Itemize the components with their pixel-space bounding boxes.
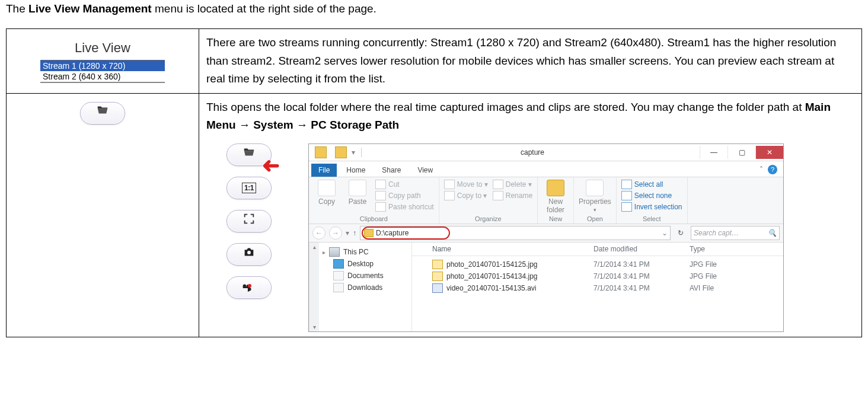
properties-button[interactable]: Properties▾	[579, 180, 611, 213]
file-row[interactable]: photo_20140701-154125.jpg 7/1/2014 3:41 …	[412, 259, 783, 270]
group-label: New	[549, 215, 562, 222]
tab-view[interactable]: View	[410, 164, 440, 177]
paste-button[interactable]: Paste	[344, 180, 371, 206]
fullscreen-icon	[242, 212, 256, 231]
live-view-option-stream1[interactable]: Stream 1 (1280 x 720)	[40, 60, 165, 71]
live-view-title: Live View	[14, 37, 192, 58]
ribbon-collapse-icon[interactable]: ˄	[760, 165, 763, 174]
help-icon[interactable]: ?	[768, 165, 777, 174]
explorer-title: capture	[365, 148, 700, 157]
fullscreen-button[interactable]	[226, 210, 272, 232]
live-view-widget: Live View Stream 1 (1280 x 720) Stream 2…	[14, 37, 192, 82]
ribbon-tabs: File Home Share View ˄ ?	[309, 161, 783, 177]
ribbon: Copy Paste Cut Copy path Paste shortcut …	[309, 177, 783, 224]
nav-documents[interactable]: Documents	[323, 270, 411, 282]
svg-point-1	[243, 285, 247, 288]
folder-open-icon	[242, 146, 256, 164]
folder-open-icon	[96, 104, 109, 122]
address-dropdown-icon[interactable]: ⌄	[662, 229, 668, 237]
folder-icon	[364, 229, 374, 237]
nav-scrollbar[interactable]: ▴▾	[309, 242, 319, 331]
file-list-pane: Name Date modified Type photo_20140701-1…	[412, 242, 783, 331]
paste-shortcut-button[interactable]: Paste shortcut	[375, 202, 434, 212]
address-bar-row: ← → ▾ ↑ D:\capture ⌄	[309, 224, 783, 242]
path-highlight-annotation: D:\capture	[362, 226, 450, 240]
nav-back-button[interactable]: ←	[312, 226, 326, 240]
address-path: D:\capture	[376, 229, 409, 237]
select-none-button[interactable]: Select none	[621, 191, 682, 200]
live-view-option-stream2[interactable]: Stream 2 (640 x 360)	[40, 71, 165, 82]
jpg-file-icon	[432, 272, 443, 281]
new-folder-button[interactable]: New folder	[542, 180, 569, 214]
navigation-pane: ▸This PC Desktop Documents Downloads	[319, 242, 412, 331]
nav-desktop[interactable]: Desktop	[323, 258, 411, 270]
tab-file[interactable]: File	[311, 164, 337, 177]
group-label: Open	[587, 215, 603, 222]
rename-button[interactable]: Rename	[493, 191, 532, 200]
snapshot-button[interactable]	[226, 243, 272, 266]
close-button[interactable]: ✕	[755, 146, 783, 159]
search-icon: 🔍	[768, 229, 777, 237]
avi-file-icon	[432, 283, 443, 293]
copy-path-button[interactable]: Copy path	[375, 191, 434, 200]
intro-text: The Live View Management menu is located…	[6, 0, 862, 18]
nav-downloads[interactable]: Downloads	[323, 282, 411, 293]
minimize-button[interactable]: —	[700, 146, 727, 159]
dropdown-caret-icon[interactable]: ▾	[352, 148, 355, 157]
live-view-list[interactable]: Stream 1 (1280 x 720) Stream 2 (640 x 36…	[40, 60, 165, 83]
camera-icon	[242, 245, 256, 264]
folder-icon	[315, 146, 327, 158]
toolbar-buttons-column: ➜ 1:1	[213, 143, 285, 309]
nav-recent-icon[interactable]: ▾	[346, 229, 349, 237]
open-folder-button[interactable]	[80, 102, 125, 125]
svg-point-0	[247, 251, 251, 254]
group-label: Clipboard	[360, 215, 388, 222]
expand-icon[interactable]: ▸	[323, 249, 326, 256]
address-bar[interactable]: D:\capture ⌄	[360, 226, 671, 240]
file-list-header[interactable]: Name Date modified Type	[412, 242, 783, 256]
red-arrow-annotation: ➜	[262, 148, 280, 183]
move-to-button[interactable]: Move to ▾	[444, 180, 488, 189]
select-all-button[interactable]: Select all	[621, 180, 682, 189]
explorer-titlebar: ▾ capture — ▢ ✕	[309, 144, 783, 161]
refresh-button[interactable]: ↻	[674, 229, 687, 237]
record-button[interactable]	[226, 276, 272, 299]
invert-selection-button[interactable]: Invert selection	[621, 202, 682, 212]
jpg-file-icon	[432, 260, 443, 269]
copy-to-button[interactable]: Copy to ▾	[444, 191, 488, 200]
tab-home[interactable]: Home	[339, 164, 372, 177]
group-label: Organize	[475, 215, 502, 222]
explorer-window: ▾ capture — ▢ ✕ File Home Share View	[308, 143, 784, 332]
cut-button[interactable]: Cut	[375, 180, 434, 189]
ratio-icon: 1:1	[242, 183, 256, 193]
nav-forward-button[interactable]: →	[329, 226, 342, 240]
row2-description: This opens the local folder where the re…	[206, 98, 854, 135]
group-label: Select	[643, 215, 661, 222]
nav-this-pc[interactable]: ▸This PC	[323, 246, 411, 258]
row1-description: There are two streams running concurrent…	[199, 29, 862, 93]
tab-share[interactable]: Share	[375, 164, 408, 177]
nav-up-button[interactable]: ↑	[353, 229, 356, 237]
delete-button[interactable]: Delete ▾	[493, 180, 532, 189]
copy-button[interactable]: Copy	[314, 180, 340, 206]
search-input[interactable]: Search capt… 🔍	[691, 226, 780, 240]
maximize-button[interactable]: ▢	[727, 146, 755, 159]
file-row[interactable]: video_20140701-154135.avi 7/1/2014 3:41 …	[412, 282, 783, 294]
folder-icon	[335, 146, 347, 158]
file-row[interactable]: photo_20140701-154134.jpg 7/1/2014 3:41 …	[412, 270, 783, 282]
videocam-icon	[241, 281, 254, 294]
